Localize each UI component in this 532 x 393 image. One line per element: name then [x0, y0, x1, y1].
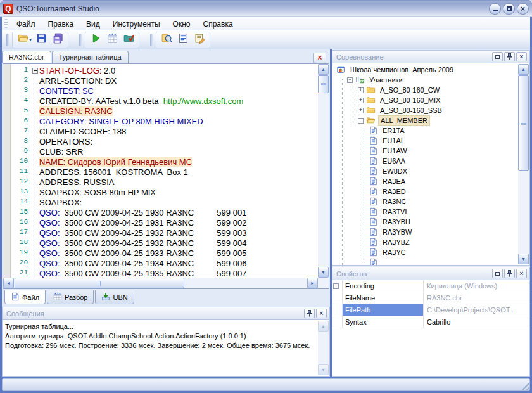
tree-item-label[interactable]: ALL_MEMBER [378, 115, 430, 126]
tree-scrollbar[interactable]: ▲ ▼ [518, 64, 529, 264]
editor-line[interactable]: SOAPBOX: [39, 198, 318, 208]
tree-item-a_so_80-160_cw[interactable]: +A_SO_80-160_CW [334, 85, 517, 95]
expand-icon[interactable]: + [358, 108, 364, 113]
menu-item-4[interactable]: Инструменты [106, 18, 167, 30]
toolbar-gripper[interactable] [6, 34, 9, 46]
tree-item-label[interactable]: RA3YBW [381, 228, 414, 236]
property-name[interactable]: Syntax [343, 316, 424, 328]
menu-item-6[interactable]: Справка [197, 18, 239, 30]
resize-grip[interactable] [519, 380, 529, 390]
editor-vertical-scrollbar[interactable]: ▲ ▼ [318, 64, 329, 278]
editor-line[interactable]: NAME: Сидоров Юрий Геннадьевич МС [39, 157, 318, 167]
editor-line[interactable]: QSO: 3500 CW 2009-04-25 1930 RA3NC 599 0… [39, 208, 318, 218]
tree-item-eu1aw[interactable]: EU1AW [334, 146, 517, 156]
bottom-tab-ubn[interactable]: UBN [95, 290, 134, 304]
property-value[interactable]: Кириллица (Windows) [424, 280, 529, 292]
tree-item-label[interactable] [381, 262, 384, 263]
tree-item-label[interactable]: RA3YBZ [381, 238, 412, 247]
editor-line[interactable]: CATEGORY: SINGLE-OP 80M HIGH MIXED [39, 117, 318, 127]
horizontal-scroll-thumb[interactable] [15, 278, 184, 288]
editor-line[interactable]: ADDRESS: RUSSIA [39, 177, 318, 188]
editor-line[interactable]: ARRL-SECTION: DX [39, 76, 318, 86]
save-all-button[interactable] [49, 32, 66, 48]
property-name[interactable]: FileName [343, 292, 424, 304]
maximize-button[interactable] [503, 3, 515, 15]
tree-item-label[interactable]: RA3TVL [381, 207, 411, 216]
editor-line[interactable]: CREATED-BY: AATest v.1.0 beta http://www… [39, 96, 318, 106]
scroll-up-icon[interactable]: ▲ [318, 321, 329, 332]
expand-icon[interactable]: + [358, 98, 364, 103]
check-log-button[interactable] [120, 32, 137, 48]
editor-line[interactable]: QSO: 3500 CW 2009-04-25 1932 RA3NC 599 0… [39, 238, 318, 248]
float-button[interactable] [492, 269, 503, 278]
tree-item-ra3ybw[interactable]: RA3YBW [334, 227, 517, 237]
menu-item-3[interactable]: Вид [80, 18, 106, 30]
close-button[interactable]: × [517, 3, 529, 15]
pin-button[interactable] [504, 52, 515, 61]
tree-item-label[interactable]: RA3ED [381, 187, 408, 196]
tree-item-label[interactable]: RA3YBH [381, 217, 412, 226]
tree-item-eu6aa[interactable]: EU6AA [334, 156, 517, 166]
editor-line[interactable]: ADDRESS: 156001 KOSTROMA Box 1 [39, 167, 318, 177]
tree-item-eu1ai[interactable]: EU1AI [334, 136, 517, 146]
tree-item-label[interactable]: A_SO_80-160_CW [378, 86, 441, 94]
editor-line[interactable]: OPERATORS: [39, 137, 318, 147]
property-row-encoding[interactable]: +EncodingКириллица (Windows) [332, 280, 529, 292]
property-row-filepath[interactable]: FilePathC:\Develop\Projects\QSOT.... [332, 304, 529, 316]
code-editor[interactable]: 123456789101112131415161718192021 START-… [3, 63, 329, 289]
tree-item-label[interactable]: EU1AI [381, 136, 405, 145]
menu-item-2[interactable]: Правка [42, 18, 80, 30]
menu-gripper[interactable] [4, 19, 8, 28]
toolbar-gripper[interactable] [150, 34, 153, 46]
tree-item-ra3ybz[interactable]: RA3YBZ [334, 237, 517, 247]
report-button[interactable] [175, 32, 191, 48]
property-row-syntax[interactable]: SyntaxCabrillo [332, 316, 529, 328]
property-value[interactable]: Cabrillo [424, 316, 529, 328]
scroll-up-icon[interactable]: ▲ [518, 64, 529, 75]
tree-item-a_so_80-160_mix[interactable]: +A_SO_80-160_MIX [334, 95, 517, 105]
editor-horizontal-scrollbar[interactable]: ◄ ► [3, 278, 318, 288]
scroll-right-icon[interactable]: ► [307, 278, 318, 288]
bottom-tab-разбор[interactable]: Разбор [47, 290, 94, 304]
competition-close-button[interactable]: × [516, 52, 527, 61]
editor-tab-1[interactable]: RA3NC.cbr [2, 51, 51, 63]
scroll-down-icon[interactable]: ▼ [318, 364, 329, 375]
editor-line[interactable]: QSO: 3500 CW 2009-04-25 1935 RA3NC 599 0… [39, 269, 318, 278]
tournament-table-button[interactable] [104, 32, 120, 48]
property-name[interactable]: Encoding [343, 280, 424, 292]
tree-item-all_member[interactable]: -ALL_MEMBER [334, 115, 517, 126]
pin-button[interactable] [304, 309, 315, 318]
save-button[interactable] [33, 32, 49, 48]
vertical-scroll-thumb[interactable] [318, 75, 329, 93]
tree-item-label[interactable]: EU1AW [381, 146, 409, 155]
menu-item-5[interactable]: Окно [167, 18, 197, 30]
editor-text-area[interactable]: START-OF-LOG: 2.0ARRL-SECTION: DXCONTEST… [39, 64, 318, 278]
collapse-icon[interactable]: - [358, 118, 364, 124]
editor-line[interactable]: CLAIMED-SCORE: 188 [39, 127, 318, 137]
editor-line[interactable]: QSO: 3500 CW 2009-04-25 1933 RA3NC 599 0… [39, 248, 318, 259]
editor-line[interactable]: START-OF-LOG: 2.0 [39, 66, 318, 76]
property-row-filename[interactable]: FileNameRA3NC.cbr [332, 292, 529, 304]
property-value[interactable]: RA3NC.cbr [424, 292, 529, 304]
editor-line[interactable]: CONTEST: SC [39, 86, 318, 96]
scroll-up-icon[interactable]: ▲ [318, 64, 329, 75]
properties-button[interactable] [191, 32, 208, 48]
editor-line[interactable]: CALLSIGN: RA3NC [39, 106, 318, 117]
tree-item-ew8dx[interactable]: EW8DX [334, 166, 517, 176]
scroll-left-icon[interactable]: ◄ [3, 278, 14, 288]
pin-button[interactable] [504, 269, 515, 278]
tree-item-ra3nc[interactable]: RA3NC [334, 196, 517, 207]
tree-item-er1ta[interactable]: ER1TA [334, 126, 517, 136]
tree-item[interactable] [334, 257, 517, 265]
tree-item-школа чемпионов. апрель 2009[interactable]: Школа чемпионов. Апрель 2009 [334, 65, 517, 75]
bottom-tab-файл[interactable]: Файл [4, 290, 46, 304]
tree-item-ra3yc[interactable]: RA3YC [334, 247, 517, 257]
tree-item-участники[interactable]: -Участники [334, 75, 517, 85]
tree-item-ra3ea[interactable]: RA3EA [334, 176, 517, 186]
editor-tab-2[interactable]: Турнирная таблица [52, 51, 129, 63]
tree-item-label[interactable]: A_SO_80-160_SSB [378, 106, 444, 115]
messages-close-button[interactable]: × [316, 309, 327, 318]
scroll-down-icon[interactable]: ▼ [518, 254, 529, 264]
fold-collapse-icon[interactable] [32, 68, 38, 74]
chevron-down-icon[interactable]: ▾ [29, 37, 32, 42]
